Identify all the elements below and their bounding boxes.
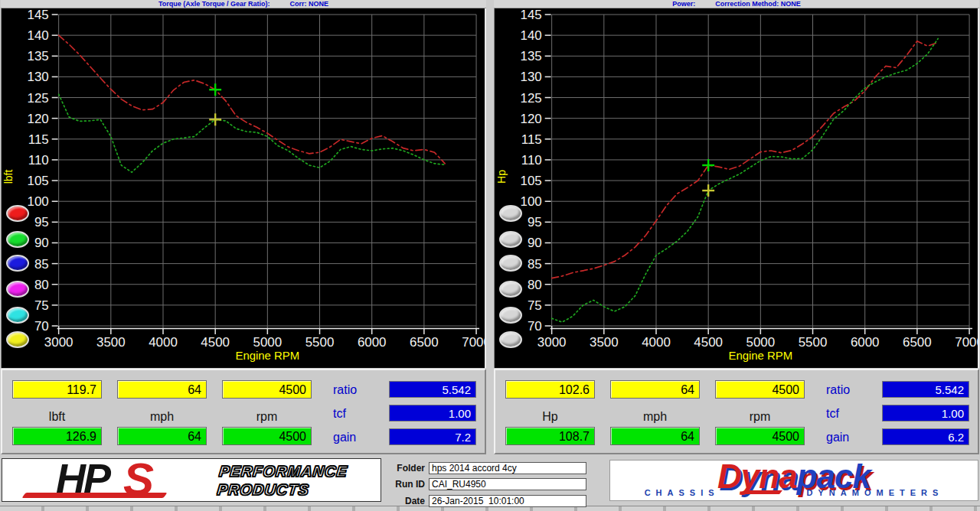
svg-text:5000: 5000 bbox=[253, 335, 283, 350]
torque-header-title: Torque (Axle Torque / Gear Ratio): bbox=[158, 0, 270, 8]
tcf-value: 1.00 bbox=[882, 405, 969, 421]
dynapack-dynamometers-text: DYNAMOMETERS bbox=[807, 488, 944, 497]
svg-text:105: 105 bbox=[521, 174, 542, 188]
svg-text:95: 95 bbox=[528, 215, 542, 229]
cursor2-speed-value: 64 bbox=[610, 427, 700, 445]
run-button-5[interactable] bbox=[499, 307, 522, 324]
tcf-value: 1.00 bbox=[389, 405, 476, 421]
svg-text:110: 110 bbox=[28, 153, 49, 168]
run-button-magenta[interactable] bbox=[6, 281, 29, 298]
svg-text:125: 125 bbox=[28, 90, 49, 105]
svg-text:80: 80 bbox=[528, 278, 542, 292]
torque-chart-svg: 7075808590951001051101151201251301351401… bbox=[2, 8, 485, 368]
svg-text:105: 105 bbox=[28, 174, 49, 188]
svg-text:4500: 4500 bbox=[694, 335, 723, 350]
svg-text:5500: 5500 bbox=[305, 335, 335, 350]
cursor2-torque-value: 126.9 bbox=[12, 427, 102, 445]
folder-row: Folder bbox=[389, 462, 586, 474]
svg-text:80: 80 bbox=[34, 278, 49, 292]
svg-text:7000: 7000 bbox=[462, 335, 485, 350]
run-button-4[interactable] bbox=[499, 281, 522, 298]
hps-logo-tagline: PERFORMANCE PRODUCTS bbox=[216, 462, 348, 499]
svg-text:6500: 6500 bbox=[410, 335, 439, 350]
run-button-yellow[interactable] bbox=[6, 331, 29, 348]
svg-text:130: 130 bbox=[521, 70, 542, 84]
svg-text:3000: 3000 bbox=[537, 335, 567, 350]
svg-text:4000: 4000 bbox=[149, 335, 178, 350]
date-field[interactable] bbox=[429, 495, 586, 507]
folder-field[interactable] bbox=[429, 462, 586, 474]
svg-text:115: 115 bbox=[28, 132, 49, 147]
hps-performance-text: PERFORMANCE bbox=[218, 462, 348, 480]
run-button-1[interactable] bbox=[499, 205, 522, 222]
svg-text:110: 110 bbox=[521, 153, 542, 168]
power-chart-svg: 7075808590951001051101151201251301351401… bbox=[495, 8, 978, 368]
cursor2-rpm-value: 4500 bbox=[222, 427, 312, 445]
svg-text:140: 140 bbox=[521, 28, 542, 43]
power-chart: 7075808590951001051101151201251301351401… bbox=[494, 8, 979, 368]
dynapack-swoosh bbox=[744, 490, 782, 494]
cursor2-speed-value: 64 bbox=[117, 427, 207, 445]
svg-text:75: 75 bbox=[528, 298, 542, 313]
svg-text:130: 130 bbox=[28, 70, 49, 84]
power-header-title: Power: bbox=[672, 0, 695, 8]
unit-label-hp: Hp bbox=[505, 410, 595, 424]
svg-text:135: 135 bbox=[28, 49, 49, 63]
svg-text:85: 85 bbox=[528, 257, 542, 272]
run-button-6[interactable] bbox=[499, 331, 522, 348]
svg-text:3000: 3000 bbox=[44, 335, 74, 350]
svg-text:Engine RPM: Engine RPM bbox=[728, 349, 792, 362]
svg-text:4000: 4000 bbox=[642, 335, 671, 350]
svg-text:120: 120 bbox=[521, 112, 542, 126]
run-id-field[interactable] bbox=[429, 478, 586, 490]
svg-text:125: 125 bbox=[521, 90, 542, 105]
svg-text:6000: 6000 bbox=[851, 335, 880, 350]
cursor1-power-value: 102.6 bbox=[505, 380, 595, 399]
hps-logo: HP S PERFORMANCE PRODUCTS bbox=[2, 458, 381, 502]
svg-text:70: 70 bbox=[34, 319, 49, 334]
svg-text:140: 140 bbox=[28, 28, 49, 43]
svg-text:3500: 3500 bbox=[96, 335, 126, 350]
run-id-label: Run ID bbox=[389, 479, 429, 490]
chart-panels: Torque (Axle Torque / Gear Ratio): Corr:… bbox=[0, 0, 980, 454]
svg-text:7000: 7000 bbox=[955, 335, 978, 350]
tcf-label: tcf bbox=[826, 407, 872, 421]
unit-label-rpm: rpm bbox=[715, 410, 805, 424]
run-button-blue[interactable] bbox=[6, 255, 29, 272]
footer-bar: HP S PERFORMANCE PRODUCTS Folder Run ID … bbox=[0, 454, 980, 506]
run-button-cyan[interactable] bbox=[6, 307, 29, 324]
svg-text:145: 145 bbox=[28, 8, 49, 22]
gain-value: 6.2 bbox=[882, 428, 969, 445]
run-button-2[interactable] bbox=[499, 231, 522, 248]
torque-header: Torque (Axle Torque / Gear Ratio): Corr:… bbox=[1, 0, 486, 8]
run-id-row: Run ID bbox=[389, 478, 586, 490]
svg-text:5500: 5500 bbox=[799, 335, 828, 350]
cursor1-torque-value: 119.7 bbox=[12, 380, 102, 399]
unit-label-rpm: rpm bbox=[222, 410, 312, 424]
cursor1-speed-value: 64 bbox=[610, 380, 700, 399]
cursor1-speed-value: 64 bbox=[117, 380, 207, 399]
run-button-red[interactable] bbox=[6, 205, 29, 222]
dyno-app: Torque (Axle Torque / Gear Ratio): Corr:… bbox=[0, 0, 980, 511]
svg-text:95: 95 bbox=[34, 215, 49, 229]
svg-text:lbft: lbft bbox=[2, 170, 15, 184]
hps-logo-swoosh bbox=[22, 493, 168, 498]
svg-text:4500: 4500 bbox=[201, 335, 230, 350]
svg-text:3500: 3500 bbox=[590, 335, 619, 350]
date-label: Date bbox=[389, 496, 429, 506]
run-button-green[interactable] bbox=[6, 231, 29, 248]
svg-text:145: 145 bbox=[521, 8, 542, 22]
tcf-label: tcf bbox=[333, 407, 379, 421]
power-header-correction: Correction Method: NONE bbox=[715, 0, 801, 8]
torque-panel: Torque (Axle Torque / Gear Ratio): Corr:… bbox=[1, 0, 486, 454]
svg-text:6000: 6000 bbox=[358, 335, 387, 350]
cursor2-rpm-value: 4500 bbox=[715, 427, 805, 445]
svg-text:90: 90 bbox=[528, 236, 542, 250]
svg-text:85: 85 bbox=[34, 257, 49, 272]
gain-value: 7.2 bbox=[389, 428, 476, 445]
hps-products-text: PRODUCTS bbox=[216, 480, 346, 499]
power-readout-panel: 102.6 64 4500 Hp mph rpm 108.7 64 4500 r… bbox=[494, 369, 979, 454]
run-button-3[interactable] bbox=[499, 255, 522, 272]
power-panel: Power: Correction Method: NONE 707580859… bbox=[494, 0, 979, 454]
svg-text:100: 100 bbox=[521, 194, 542, 209]
